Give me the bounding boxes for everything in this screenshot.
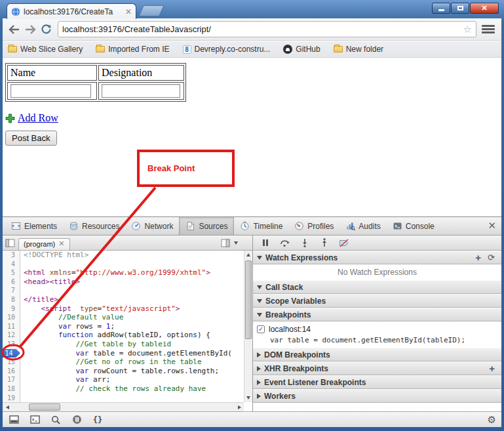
add-xhr-breakpoint-icon[interactable]: +	[489, 363, 495, 373]
code-line[interactable]: 12 function addRow(tableID, options) {	[3, 331, 244, 340]
scroll-down-button[interactable]	[244, 394, 252, 402]
section-xhr-breakpoints[interactable]: XHR Breakpoints +	[253, 361, 501, 375]
refresh-watch-icon[interactable]: ⟳	[488, 253, 495, 262]
editor-vertical-scrollbar[interactable]	[244, 251, 252, 402]
step-over-button[interactable]	[279, 237, 291, 249]
designation-input[interactable]	[102, 84, 180, 98]
back-button[interactable]	[7, 22, 22, 37]
bookmark-imported-from-ie[interactable]: Imported From IE	[96, 45, 169, 54]
line-number[interactable]: 3	[3, 251, 20, 260]
devtools-tab-profiles[interactable]: Profiles	[288, 217, 339, 235]
vertical-scroll-thumb[interactable]	[245, 260, 252, 339]
code-line[interactable]: 7	[3, 286, 244, 295]
pause-button[interactable]	[260, 237, 271, 249]
code-line[interactable]: 17 var arr;	[3, 375, 244, 384]
editor-horizontal-scrollbar[interactable]	[3, 402, 244, 411]
bookmark-web-slice-gallery[interactable]: Web Slice Gallery	[8, 45, 83, 54]
browser-tab[interactable]: localhost:39176/CreateTa ✕	[7, 3, 136, 19]
source-file-tab[interactable]: (program) ✕	[18, 238, 70, 250]
section-watch-expressions[interactable]: Watch Expressions + ⟳	[253, 251, 501, 264]
devtools-tab-elements[interactable]: Elements	[5, 217, 63, 235]
chevron-down-icon[interactable]	[234, 241, 238, 245]
file-tab-close-icon[interactable]: ✕	[58, 240, 64, 247]
breakpoint-location[interactable]: localhost:14	[269, 325, 311, 334]
line-number[interactable]: 16	[3, 367, 20, 376]
section-workers[interactable]: Workers	[253, 389, 501, 403]
search-button[interactable]	[50, 414, 62, 426]
post-back-button[interactable]: Post Back	[5, 131, 57, 146]
code-editor[interactable]: 3<!DOCTYPE html>45<html xmlns="http://ww…	[3, 251, 244, 402]
toggle-panel-icon[interactable]	[221, 239, 230, 247]
console-drawer-button[interactable]	[29, 414, 41, 426]
horizontal-scroll-thumb[interactable]	[29, 403, 60, 411]
devtools-close-icon[interactable]: ✕	[488, 220, 496, 230]
line-number[interactable]: 11	[3, 322, 20, 331]
reload-button[interactable]	[38, 22, 54, 37]
line-number[interactable]: 6	[3, 277, 20, 287]
code-line[interactable]: 19	[3, 394, 244, 403]
code-line[interactable]: 15 //Get no of rows in the table	[3, 358, 244, 367]
code-line[interactable]: 6<head><title>	[3, 277, 244, 287]
add-row-link[interactable]: Add Row	[18, 112, 58, 124]
devtools-tab-sources[interactable]: Sources	[179, 217, 234, 235]
line-number[interactable]: 18	[3, 384, 20, 394]
devtools-tab-timeline[interactable]: Timeline	[234, 217, 288, 235]
name-input[interactable]	[10, 84, 91, 98]
section-call-stack[interactable]: Call Stack	[253, 280, 501, 294]
menu-button[interactable]	[482, 25, 495, 34]
code-line[interactable]: 4	[3, 260, 244, 269]
devtools-tab-resources[interactable]: Resources	[63, 217, 125, 235]
settings-gear-icon[interactable]: ⚙	[488, 415, 496, 424]
scroll-up-button[interactable]	[244, 251, 252, 259]
code-line[interactable]: 18 // check the rows already have	[3, 384, 244, 394]
breakpoint-checkbox[interactable]: ✓	[257, 325, 265, 333]
dock-button[interactable]	[8, 414, 20, 426]
line-number[interactable]: 8	[3, 295, 20, 304]
devtools-tab-network[interactable]: Network	[125, 217, 179, 235]
address-bar[interactable]: localhost:39176/CreateTableJavascript/ ☆	[58, 21, 476, 37]
show-navigator-icon[interactable]	[5, 239, 15, 247]
bookmark-devreply[interactable]: 8 Devreply.co-constru...	[183, 45, 271, 54]
line-number[interactable]: 4	[3, 260, 20, 269]
bookmark-new-folder[interactable]: New folder	[334, 45, 383, 54]
bookmark-github[interactable]: GitHub	[283, 45, 320, 54]
code-line[interactable]: 16 var rowCount = table.rows.length;	[3, 367, 244, 376]
line-number[interactable]: 13	[3, 340, 20, 349]
devtools-tab-console[interactable]: Console	[387, 217, 440, 235]
code-line[interactable]: 5<html xmlns="http://www.w3.org/1999/xht…	[3, 268, 244, 277]
scroll-right-button[interactable]	[235, 403, 244, 411]
line-number[interactable]: 5	[3, 268, 20, 277]
maximize-button[interactable]	[451, 3, 469, 14]
code-line[interactable]: 14 var table = document.getElementById(	[3, 349, 244, 358]
code-line[interactable]: 11 var rows = 1;	[3, 322, 244, 331]
breakpoint-snippet[interactable]: var table = document.getElementById(tabl…	[257, 336, 497, 344]
step-into-button[interactable]	[299, 237, 311, 249]
line-number[interactable]: 9	[3, 304, 20, 314]
line-number[interactable]: 7	[3, 286, 20, 295]
section-event-listener-breakpoints[interactable]: Event Listener Breakpoints	[253, 375, 501, 389]
forward-button[interactable]	[22, 22, 38, 37]
section-breakpoints[interactable]: Breakpoints	[253, 308, 501, 321]
code-line[interactable]: 3<!DOCTYPE html>	[3, 251, 244, 260]
close-button[interactable]: ✕	[470, 3, 499, 14]
line-number[interactable]: 12	[3, 331, 20, 340]
tab-close-icon[interactable]: ✕	[125, 8, 132, 16]
step-out-button[interactable]	[319, 237, 330, 249]
deactivate-breakpoints-button[interactable]	[338, 237, 350, 249]
line-number[interactable]: 17	[3, 375, 20, 384]
line-number[interactable]: 10	[3, 313, 20, 322]
minimize-button[interactable]	[432, 3, 450, 14]
new-tab-button[interactable]	[138, 5, 165, 16]
bookmark-star-icon[interactable]: ☆	[463, 24, 472, 34]
scroll-left-button[interactable]	[3, 403, 12, 411]
code-line[interactable]: 9 <script type="text/javascript">	[3, 304, 244, 314]
section-dom-breakpoints[interactable]: DOM Breakpoints	[253, 348, 501, 361]
line-number[interactable]: 15	[3, 358, 20, 367]
pause-on-exceptions-button[interactable]	[71, 414, 83, 426]
code-line[interactable]: 10 //Default value	[3, 313, 244, 322]
devtools-tab-audits[interactable]: Audits	[339, 217, 386, 235]
line-number[interactable]: 19	[3, 394, 20, 403]
add-watch-icon[interactable]: +	[475, 253, 481, 262]
breakpoint-marker[interactable]: 14	[3, 349, 20, 358]
code-line[interactable]: 8</title>	[3, 295, 244, 304]
